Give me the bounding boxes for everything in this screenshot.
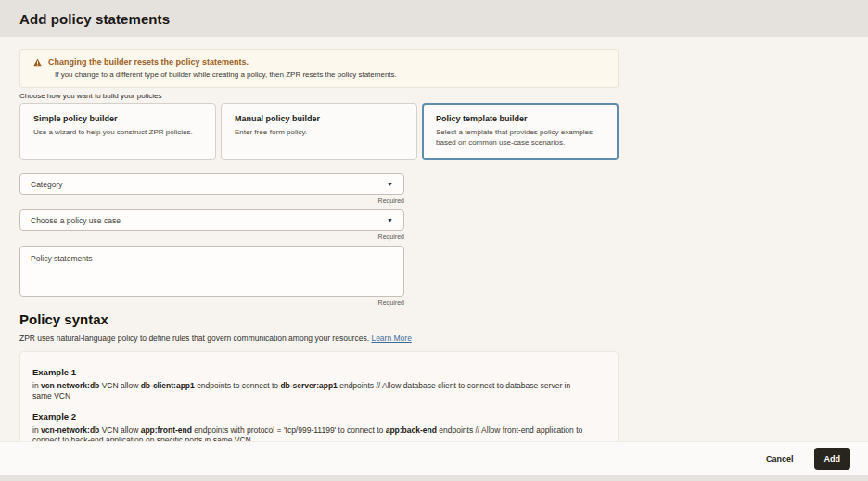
policy-syntax-description-text: ZPR uses natural-language policy to defi… xyxy=(19,334,371,343)
dialog-titlebar: Add policy statements xyxy=(0,0,868,37)
builder-option-title: Policy template builder xyxy=(436,114,605,123)
builder-option-description: Enter free-form policy. xyxy=(235,128,403,138)
warning-title: Changing the builder resets the policy s… xyxy=(48,57,249,67)
page-background-strip xyxy=(0,475,868,481)
warning-triangle-icon xyxy=(33,58,42,67)
add-policy-statements-dialog: Add policy statements Changing the build… xyxy=(0,0,868,481)
example-2: Example 2 in vcn-network:db VCN allow ap… xyxy=(32,411,605,441)
category-select-value: Category xyxy=(31,180,63,189)
builder-choice-label: Choose how you want to build your polici… xyxy=(19,92,868,100)
dialog-footer: Cancel Add xyxy=(0,441,868,475)
example-title: Example 2 xyxy=(32,411,605,422)
statements-required-label: Required xyxy=(19,299,404,306)
builder-option-title: Simple policy builder xyxy=(33,114,202,123)
builder-option-title: Manual policy builder xyxy=(235,114,403,123)
learn-more-link[interactable]: Learn More xyxy=(371,334,411,343)
use-case-required-label: Required xyxy=(19,234,404,240)
use-case-select-value: Choose a policy use case xyxy=(31,216,121,225)
example-title: Example 1 xyxy=(32,367,605,377)
page-title: Add policy statements xyxy=(19,11,170,27)
warning-banner: Changing the builder resets the policy s… xyxy=(19,49,619,88)
chevron-down-icon: ▼ xyxy=(387,217,393,223)
builder-option-simple[interactable]: Simple policy builder Use a wizard to he… xyxy=(19,103,216,160)
dialog-content: Changing the builder resets the policy s… xyxy=(0,37,868,441)
builder-option-description: Select a template that provides policy e… xyxy=(436,128,605,148)
policy-syntax-heading: Policy syntax xyxy=(19,311,868,327)
warning-banner-header: Changing the builder resets the policy s… xyxy=(33,57,605,67)
chevron-down-icon: ▼ xyxy=(387,181,393,187)
category-required-label: Required xyxy=(19,197,404,204)
cancel-button[interactable]: Cancel xyxy=(764,450,796,467)
example-statement: in vcn-network:db VCN allow app:front-en… xyxy=(32,425,589,441)
builder-option-template[interactable]: Policy template builder Select a templat… xyxy=(422,103,619,160)
category-select[interactable]: Category ▼ xyxy=(19,173,404,195)
add-button[interactable]: Add xyxy=(814,448,851,470)
builder-option-manual[interactable]: Manual policy builder Enter free-form po… xyxy=(221,103,417,160)
policy-syntax-description: ZPR uses natural-language policy to defi… xyxy=(19,334,868,343)
policy-statements-textarea[interactable] xyxy=(19,246,404,297)
warning-description: If you change to a different type of bui… xyxy=(55,70,605,79)
use-case-select[interactable]: Choose a policy use case ▼ xyxy=(19,209,404,231)
builder-options: Simple policy builder Use a wizard to he… xyxy=(19,103,619,160)
builder-option-description: Use a wizard to help you construct ZPR p… xyxy=(33,128,202,138)
example-1: Example 1 in vcn-network:db VCN allow db… xyxy=(32,367,605,402)
example-statement: in vcn-network:db VCN allow db-client:ap… xyxy=(32,381,589,402)
policy-examples-panel: Example 1 in vcn-network:db VCN allow db… xyxy=(19,351,619,441)
